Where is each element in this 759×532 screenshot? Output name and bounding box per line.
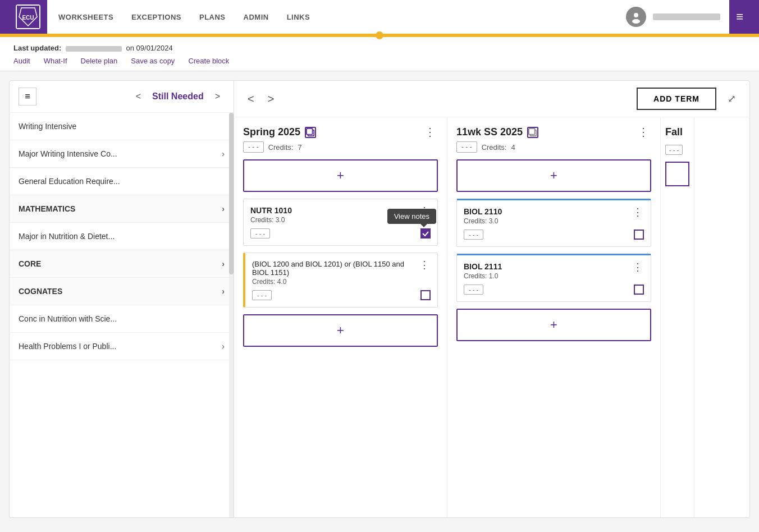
ss2025-copy-icon[interactable]	[527, 127, 538, 138]
user-avatar-icon[interactable]	[626, 7, 646, 27]
biol2110-more-button[interactable]: ⋮	[632, 207, 644, 217]
nav-links[interactable]: LINKS	[287, 13, 310, 21]
chevron-right-icon-core: ›	[222, 259, 225, 268]
sidebar-item-core[interactable]: CORE ›	[10, 250, 234, 278]
spring2025-copy-icon[interactable]	[305, 127, 316, 138]
left-panel-header: ≡ < Still Needed >	[10, 81, 234, 113]
ss2025-credits: - - - Credits: 4	[456, 141, 538, 153]
nav-admin[interactable]: ADMIN	[244, 13, 269, 21]
spring2025-header: Spring 2025 - - - Credits: 7	[243, 126, 438, 153]
biol2111-badge: - - -	[464, 285, 483, 295]
svg-point-5	[632, 19, 640, 24]
svg-text:ECU: ECU	[22, 15, 34, 21]
progress-bar	[0, 34, 759, 37]
sub-header: Last updated: on 09/01/2024 Audit What-I…	[0, 37, 759, 71]
spring2025-title-row: Spring 2025	[243, 126, 316, 138]
ss2025-credits-label: Credits:	[482, 143, 507, 152]
main-content: ≡ < Still Needed > Writing Intensive Maj…	[0, 71, 759, 527]
chevron-right-icon-health: ›	[222, 342, 225, 351]
term-prev-button[interactable]: <	[243, 90, 259, 108]
biol2111-checkbox[interactable]	[634, 285, 644, 295]
ss2025-add-course-button[interactable]: +	[456, 159, 651, 192]
nav-worksheets[interactable]: WORKSHEETS	[58, 13, 113, 21]
left-panel: ≡ < Still Needed > Writing Intensive Maj…	[9, 80, 234, 518]
spring2025-add-course-button[interactable]: +	[243, 159, 438, 192]
biol2111-info: BIOL 2111 Credits: 1.0	[464, 262, 632, 280]
delete-plan-link[interactable]: Delete plan	[81, 57, 118, 65]
spring2025-more-button[interactable]: ⋮	[422, 126, 438, 137]
sidebar-item-major-nutrition[interactable]: Major in Nutrition & Dietet...	[10, 223, 234, 250]
biol2111-header: BIOL 2111 Credits: 1.0 ⋮	[464, 262, 644, 280]
biol2110-badge: - - -	[464, 230, 483, 240]
ecu-logo: ECU	[16, 4, 40, 29]
save-as-copy-link[interactable]: Save as copy	[131, 57, 175, 65]
ss2025-title-row: 11wk SS 2025	[456, 126, 538, 138]
create-block-link[interactable]: Create block	[188, 57, 229, 65]
biol-combo-info: (BIOL 1200 and BIOL 1201) or (BIOL 1150 …	[252, 260, 418, 286]
biol2110-footer: - - -	[464, 230, 644, 240]
biol-combo-more-button[interactable]: ⋮	[418, 260, 431, 270]
fall-title: Fall	[665, 126, 683, 138]
nutr1010-tooltip: View notes	[387, 209, 436, 224]
ss2025-more-button[interactable]: ⋮	[635, 126, 651, 137]
still-needed-next-button[interactable]: >	[211, 89, 225, 104]
expand-button[interactable]: ⤢	[723, 90, 740, 107]
ss2025-add-course-bottom-button[interactable]: +	[456, 309, 651, 341]
fall-add-course-button[interactable]	[665, 162, 689, 186]
term-next-button[interactable]: >	[263, 90, 279, 108]
ss2025-title: 11wk SS 2025	[456, 126, 523, 138]
sidebar-item-mathematics[interactable]: MATHEMATICS ›	[10, 195, 234, 223]
terms-container: Spring 2025 - - - Credits: 7	[234, 117, 749, 517]
whatif-link[interactable]: What-If	[44, 57, 67, 65]
user-name	[653, 13, 720, 20]
sidebar-item-conc-nutrition[interactable]: Conc in Nutrition with Scie...	[10, 305, 234, 333]
course-card-nutr1010: NUTR 1010 Credits: 3.0 ⋮ - - -	[243, 199, 438, 246]
biol2111-footer: - - -	[464, 285, 644, 295]
spring2025-credits-value: 7	[298, 143, 301, 152]
fall-credits-badge: - - -	[665, 145, 683, 155]
biol-combo-credits: Credits: 4.0	[252, 278, 418, 286]
chevron-right-icon: ›	[222, 149, 225, 158]
biol-combo-name: (BIOL 1200 and BIOL 1201) or (BIOL 1150 …	[252, 260, 418, 277]
sidebar-item-conc-label: Conc in Nutrition with Scie...	[19, 314, 117, 323]
spring2025-credits-label: Credits:	[268, 143, 294, 152]
biol2110-name: BIOL 2110	[464, 207, 632, 216]
scrollbar-track	[229, 113, 234, 517]
biol2111-more-button[interactable]: ⋮	[632, 262, 644, 272]
audit-link[interactable]: Audit	[13, 57, 30, 65]
still-needed-prev-button[interactable]: <	[131, 89, 145, 104]
hamburger-menu-icon[interactable]: ≡	[729, 0, 750, 34]
logo-area: ECU	[9, 0, 47, 34]
svg-point-4	[634, 13, 638, 17]
sidebar-item-cognates[interactable]: COGNATES ›	[10, 278, 234, 305]
nav-plans[interactable]: PLANS	[199, 13, 226, 21]
biol-combo-badge: - - -	[252, 290, 272, 300]
term-column-ss2025: 11wk SS 2025 - - - Credits: 4	[447, 117, 661, 517]
progress-indicator	[376, 31, 383, 39]
spring2025-credits: - - - Credits: 7	[243, 141, 316, 153]
sidebar-item-general-education[interactable]: General Education Require...	[10, 168, 234, 195]
svg-rect-7	[307, 128, 313, 134]
last-updated-text: Last updated: on 09/01/2024	[13, 44, 746, 52]
last-updated-label: Last updated:	[13, 44, 61, 52]
sub-nav: Audit What-If Delete plan Save as copy C…	[13, 57, 746, 71]
nav-exceptions[interactable]: EXCEPTIONS	[131, 13, 181, 21]
scrollbar-thumb[interactable]	[229, 113, 234, 274]
sidebar-item-mathematics-label: MATHEMATICS	[19, 204, 75, 213]
course-card-biol-combo: (BIOL 1200 and BIOL 1201) or (BIOL 1150 …	[243, 253, 438, 308]
add-term-button[interactable]: ADD TERM	[637, 88, 716, 110]
sidebar-item-major-writing-intensive[interactable]: Major Writing Intensive Co... ›	[10, 140, 234, 168]
biol2110-checkbox[interactable]	[634, 230, 644, 240]
left-panel-hamburger-button[interactable]: ≡	[19, 88, 36, 106]
biol-combo-header: (BIOL 1200 and BIOL 1201) or (BIOL 1150 …	[252, 260, 431, 286]
spring2025-add-course-bottom-button[interactable]: +	[243, 314, 438, 347]
sidebar-item-health-problems[interactable]: Health Problems I or Publi... ›	[10, 333, 234, 360]
biol-combo-checkbox[interactable]	[420, 290, 431, 300]
sidebar-item-gen-ed-label: General Education Require...	[19, 177, 120, 186]
ss2025-credits-badge: - - -	[456, 141, 477, 153]
still-needed-title: Still Needed	[152, 91, 204, 102]
ss2025-header: 11wk SS 2025 - - - Credits: 4	[456, 126, 651, 153]
nutr1010-checkbox[interactable]	[420, 228, 431, 239]
sidebar-item-writing-intensive[interactable]: Writing Intensive	[10, 113, 234, 140]
term-column-spring2025: Spring 2025 - - - Credits: 7	[234, 117, 447, 517]
